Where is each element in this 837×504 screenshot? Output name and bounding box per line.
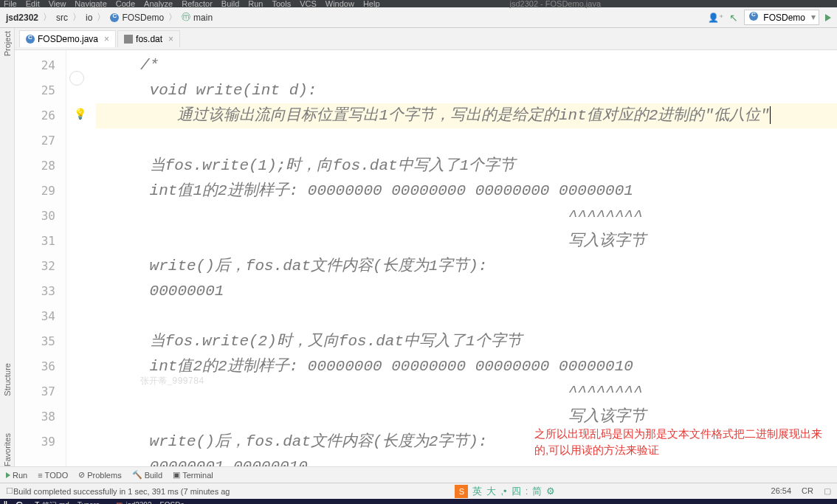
terminal-tool-button[interactable]: ▣ Terminal xyxy=(173,470,213,480)
code-line[interactable]: 00000001 xyxy=(96,279,837,304)
build-status-text: Build completed successfully in 1 sec, 3… xyxy=(13,487,230,496)
code-line[interactable] xyxy=(96,128,837,153)
code-line[interactable]: int值1的2进制样子: 00000000 00000000 00000000 … xyxy=(96,179,837,204)
code-line[interactable]: int值2的2进制样子: 00000000 00000000 00000000 … xyxy=(96,354,837,379)
line-number-gutter: 24 25 26 27 28 29 30 31 32 33 34 35 36 3… xyxy=(15,50,66,466)
code-line[interactable] xyxy=(96,304,837,329)
structure-tool-button[interactable]: Structure xyxy=(3,363,12,396)
java-file-icon xyxy=(26,35,35,44)
editor-tab-active[interactable]: FOSDemo.java × xyxy=(19,30,116,47)
breadcrumb-project[interactable]: jsd2302 xyxy=(6,13,38,23)
code-line[interactable]: write()后，fos.dat文件内容(长度为1字节): xyxy=(96,254,837,279)
pause-icon[interactable]: ‖ xyxy=(3,500,8,505)
user-icon[interactable]: 👤⁺ xyxy=(708,13,723,23)
notification-icon[interactable]: ▢ xyxy=(824,486,831,496)
code-line[interactable]: 当fos.write(2)时，又向fos.dat中写入了1个字节 xyxy=(96,329,837,354)
code-line[interactable]: ^^^^^^^^ xyxy=(96,379,837,404)
project-tool-button[interactable]: Project xyxy=(3,31,12,56)
breadcrumb-item[interactable]: src xyxy=(56,13,68,23)
window-title: jsd2302 - FOSDemo.java xyxy=(510,0,602,7)
run-tool-button[interactable]: Run xyxy=(6,471,27,480)
code-line-current[interactable]: 通过该输出流向目标位置写出1个字节，写出的是给定的int值对应的2进制的"低八位… xyxy=(96,103,837,128)
close-tab-icon[interactable]: × xyxy=(104,34,109,44)
code-line[interactable]: void write(int d): xyxy=(96,78,837,103)
ime-toolbar[interactable]: S 英 大 ,• 四 : 简 ⚙ xyxy=(455,485,555,498)
line-column-indicator[interactable]: 26:54 xyxy=(771,486,792,496)
navigation-bar: jsd2302 〉 src 〉 io 〉 FOSDemo 〉 ⓜ main 👤⁺… xyxy=(0,7,837,28)
cortana-icon[interactable]: C xyxy=(16,500,23,505)
breadcrumb-item[interactable]: FOSDemo xyxy=(122,13,164,23)
fold-indicator[interactable] xyxy=(69,71,84,86)
intention-bulb-icon[interactable]: 💡 xyxy=(74,108,86,120)
line-separator-indicator[interactable]: CR xyxy=(802,486,813,496)
method-icon: ⓜ xyxy=(182,11,190,24)
close-tab-icon[interactable]: × xyxy=(168,34,173,44)
problems-tool-button[interactable]: ⊘ Problems xyxy=(78,470,121,480)
build-button[interactable]: ↖ xyxy=(729,12,738,24)
code-line[interactable]: /* xyxy=(96,53,837,78)
breadcrumb-item[interactable]: io xyxy=(86,13,92,23)
class-icon xyxy=(110,13,119,22)
dat-file-icon xyxy=(124,35,133,44)
favorites-tool-button[interactable]: Favorites xyxy=(3,433,12,466)
run-button[interactable] xyxy=(825,14,831,21)
bottom-tool-bar: Run ≡ TODO ⊘ Problems 🔨 Build ▣ Terminal xyxy=(0,466,837,483)
run-config-selector[interactable]: FOSDemo ▾ xyxy=(744,10,819,25)
tool-window-bar: Project Structure Favorites xyxy=(0,28,15,466)
editor-tab[interactable]: fos.dat × xyxy=(117,30,180,47)
watermark-text: 张开蒂_999784 xyxy=(140,369,204,394)
os-taskbar: ‖ C T笔记.md – Typora ▦jsd2302 – FOSDe xyxy=(0,499,837,504)
editor-tabs: FOSDemo.java × fos.dat × xyxy=(15,28,837,50)
breadcrumb-item[interactable]: main xyxy=(193,13,213,23)
gutter-icon-area: 💡 xyxy=(66,50,96,466)
status-bar: ☐ Build completed successfully in 1 sec,… xyxy=(0,483,837,499)
code-line[interactable]: 当fos.write(1);时，向fos.dat中写入了1个字节 xyxy=(96,153,837,179)
menu-bar[interactable]: FileEditView NavigateCodeAnalyze Refacto… xyxy=(0,0,837,7)
taskbar-item[interactable]: ▦jsd2302 – FOSDe xyxy=(111,501,189,504)
build-tool-button[interactable]: 🔨 Build xyxy=(132,470,162,480)
todo-tool-button[interactable]: ≡ TODO xyxy=(38,471,68,480)
taskbar-item[interactable]: T笔记.md – Typora xyxy=(30,500,104,505)
text-cursor xyxy=(770,106,771,124)
code-editor[interactable]: 24 25 26 27 28 29 30 31 32 33 34 35 36 3… xyxy=(15,50,837,466)
annotation-note: 之所以出现乱码是因为那是文本文件格式把二进制展现出来的,可以用读的方法来验证 xyxy=(534,426,822,458)
code-line[interactable]: ^^^^^^^^ xyxy=(96,204,837,229)
code-line[interactable]: 写入该字节 xyxy=(96,229,837,254)
ime-logo[interactable]: S xyxy=(455,485,468,498)
